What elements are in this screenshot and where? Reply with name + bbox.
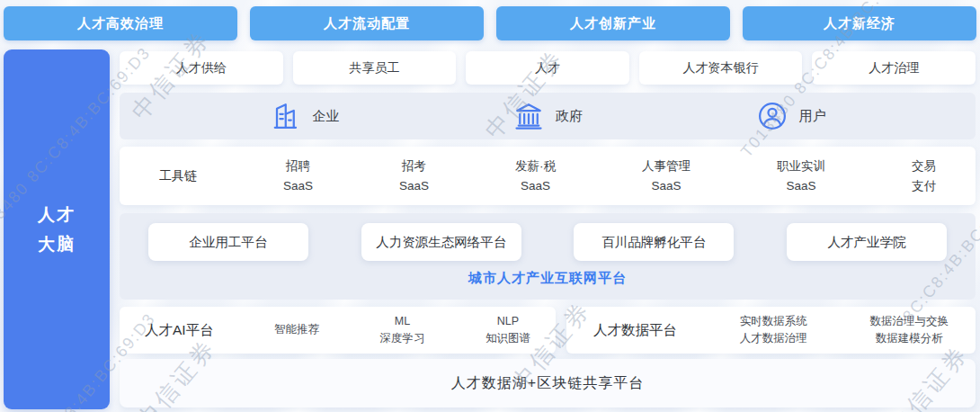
supply-row: 人才供给 共享员工 人才 人才资本银行 人才治理 [120, 51, 976, 85]
user-icon [756, 100, 788, 132]
ai-platform-panel: 人才AI平台 智能推荐 ML 深度学习 NLP 知识图谱 [120, 307, 556, 354]
tool-line1: 发薪·税 [515, 157, 556, 176]
panel-line1: 实时数据系统 [740, 313, 807, 330]
tool-line2: 支付 [912, 176, 936, 196]
tool-line2: SaaS [399, 176, 429, 196]
building-icon [269, 100, 301, 132]
panel-line2: 知识图谱 [486, 330, 530, 347]
data-platform-panel: 人才数据平台 实时数据系统 人才数据治理 数据治理与交换 数据建模分析 [566, 307, 976, 354]
panel-line2: 人才数据治理 [740, 330, 807, 347]
top-button-new-economy: 人才新经济 [743, 6, 976, 40]
supply-box-shared-staff: 共享员工 [293, 51, 457, 85]
panel-line2: 深度学习 [380, 330, 425, 347]
sidebar-title-line1: 人才 [38, 200, 76, 229]
platform-box-baichuan-brand-incubation: 百川品牌孵化平台 [574, 223, 734, 261]
tool-line2: SaaS [283, 176, 313, 196]
data-platform-title: 人才数据平台 [593, 321, 677, 340]
top-button-innovation-industry: 人才创新产业 [496, 6, 730, 40]
actor-government: 政府 [512, 100, 583, 132]
top-button-flow-allocation: 人才流动配置 [250, 6, 484, 40]
tool-line2: SaaS [642, 176, 690, 196]
actor-label-enterprise: 企业 [312, 108, 339, 125]
tool-hr-management-saas: 人事管理 SaaS [642, 157, 690, 195]
platform-box-hr-ecosystem-network: 人力资源生态网络平台 [361, 223, 521, 261]
tool-line1: 招聘 [283, 157, 313, 176]
top-button-efficient-governance: 人才高效治理 [4, 6, 237, 40]
panel-line1: ML [380, 313, 425, 330]
bottom-bar-label: 人才数据湖+区块链共享平台 [451, 374, 644, 393]
talent-brain-architecture-diagram: 人才高效治理 人才流动配置 人才创新产业 人才新经济 人才 大脑 人才供给 共享… [0, 0, 980, 412]
ai-platform-title: 人才AI平台 [145, 321, 214, 340]
actor-enterprise: 企业 [269, 100, 339, 132]
actor-user: 用户 [756, 100, 826, 132]
ai-item-smart-recommendation: 智能推荐 [274, 321, 319, 338]
tool-line1: 人事管理 [642, 157, 690, 176]
tool-line2: SaaS [515, 176, 556, 196]
tool-exam-saas: 招考 SaaS [399, 157, 429, 195]
top-button-row: 人才高效治理 人才流动配置 人才创新产业 人才新经济 [4, 6, 976, 40]
platform-box-talent-industry-college: 人才产业学院 [787, 223, 947, 261]
toolchain-panel: 工具链 招聘 SaaS 招考 SaaS 发薪·税 SaaS 人事管理 SaaS … [120, 147, 976, 205]
panel-line1: NLP [486, 313, 530, 330]
sidebar-title-line2: 大脑 [38, 229, 76, 259]
supply-box-talent-supply: 人才供给 [120, 51, 283, 85]
platform-panel: 企业用工平台 人力资源生态网络平台 百川品牌孵化平台 人才产业学院 城市人才产业… [120, 213, 976, 300]
sidebar-talent-brain: 人才 大脑 [4, 49, 110, 409]
bank-icon [512, 100, 545, 132]
panel-line1: 智能推荐 [274, 321, 319, 338]
supply-box-talent-governance: 人才治理 [812, 51, 976, 85]
bottom-bar-data-lake-blockchain: 人才数据湖+区块链共享平台 [120, 359, 976, 408]
tool-vocational-training-saas: 职业实训 SaaS [777, 157, 825, 195]
panel-line1: 数据治理与交换 [870, 313, 949, 330]
panel-line2: 数据建模分析 [870, 330, 949, 347]
platform-box-enterprise-employment: 企业用工平台 [148, 223, 308, 261]
toolchain-title: 工具链 [159, 168, 197, 184]
ai-item-nlp-knowledge-graph: NLP 知识图谱 [486, 313, 530, 348]
ai-item-ml-deep-learning: ML 深度学习 [380, 313, 425, 348]
actor-label-user: 用户 [799, 108, 826, 125]
supply-box-talent: 人才 [466, 51, 629, 85]
supply-box-talent-capital-bank: 人才资本银行 [639, 51, 803, 85]
tool-line1: 招考 [399, 157, 429, 176]
data-item-exchange-modeling: 数据治理与交换 数据建模分析 [870, 313, 949, 348]
platform-box-row: 企业用工平台 人力资源生态网络平台 百川品牌孵化平台 人才产业学院 [148, 223, 947, 261]
tool-payroll-tax-saas: 发薪·税 SaaS [515, 157, 556, 195]
tool-line1: 职业实训 [777, 157, 825, 176]
tool-recruiting-saas: 招聘 SaaS [283, 157, 313, 195]
tool-line1: 交易 [912, 157, 936, 176]
data-item-realtime-governance: 实时数据系统 人才数据治理 [740, 313, 807, 348]
actor-label-government: 政府 [556, 108, 583, 125]
platform-caption: 城市人才产业互联网平台 [120, 270, 976, 287]
tool-line2: SaaS [777, 176, 825, 196]
actors-band: 企业 政府 [120, 93, 976, 139]
tool-trade-payment: 交易 支付 [912, 157, 936, 195]
